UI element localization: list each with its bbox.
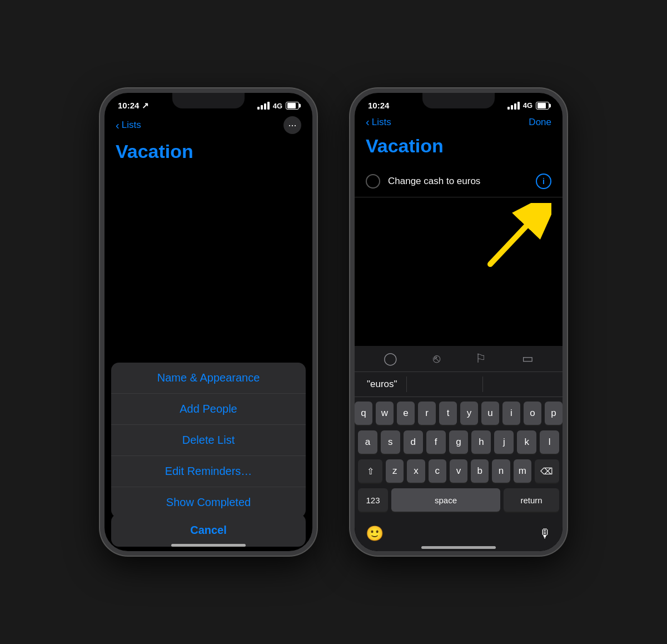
key-f[interactable]: f bbox=[426, 430, 446, 454]
back-label-1: Lists bbox=[122, 120, 141, 131]
status-icons-1: 4G bbox=[257, 102, 299, 110]
reminder-text: Change cash to euros bbox=[388, 176, 536, 187]
action-item-add-people[interactable]: Add People bbox=[111, 394, 306, 425]
action-item-show-completed[interactable]: Show Completed bbox=[111, 487, 306, 518]
status-icons-2: 4G bbox=[507, 101, 549, 110]
emoji-icon[interactable]: 🙂 bbox=[366, 525, 384, 542]
status-bar-2: 10:24 4G bbox=[355, 93, 563, 113]
page-title-2: Vacation bbox=[355, 133, 563, 166]
key-m[interactable]: m bbox=[514, 459, 531, 483]
flag-icon[interactable]: ⚐ bbox=[475, 351, 486, 366]
location-icon[interactable]: ⎋ bbox=[433, 351, 440, 366]
svg-line-1 bbox=[490, 214, 537, 264]
cancel-button[interactable]: Cancel bbox=[111, 514, 306, 547]
key-o[interactable]: o bbox=[524, 402, 541, 425]
key-delete[interactable]: ⌫ bbox=[535, 459, 559, 483]
signal-icon-2 bbox=[507, 102, 520, 110]
key-w[interactable]: w bbox=[376, 402, 394, 425]
status-time-1: 10:24 ↗ bbox=[118, 101, 149, 111]
keyboard-area: ◯ ⎋ ⚐ ▭ "euros" q bbox=[355, 346, 563, 551]
chevron-left-icon-2: ‹ bbox=[366, 116, 370, 128]
key-shift[interactable]: ⇧ bbox=[358, 459, 382, 483]
back-label-2: Lists bbox=[372, 117, 391, 128]
key-p[interactable]: p bbox=[545, 402, 563, 425]
clock-icon[interactable]: ◯ bbox=[384, 351, 397, 366]
nav-bar-2: ‹ Lists Done bbox=[355, 113, 563, 133]
key-k[interactable]: k bbox=[517, 430, 536, 454]
key-b[interactable]: b bbox=[471, 459, 489, 483]
key-x[interactable]: x bbox=[407, 459, 425, 483]
keyboard-toolbar: ◯ ⎋ ⚐ ▭ bbox=[355, 346, 563, 372]
home-indicator-1 bbox=[171, 544, 246, 547]
key-123[interactable]: 123 bbox=[358, 488, 388, 512]
done-button[interactable]: Done bbox=[529, 117, 551, 128]
info-icon: i bbox=[542, 177, 545, 186]
status-bar-1: 10:24 ↗ 4G bbox=[104, 93, 312, 114]
action-item-delete-list[interactable]: Delete List bbox=[111, 425, 306, 456]
action-item-edit-reminders[interactable]: Edit Reminders… bbox=[111, 456, 306, 487]
content-area-1: Name & Appearance Add People Delete List… bbox=[104, 171, 312, 551]
battery-icon-2 bbox=[536, 102, 549, 110]
key-i[interactable]: i bbox=[502, 402, 520, 425]
key-n[interactable]: n bbox=[492, 459, 510, 483]
camera-icon[interactable]: ▭ bbox=[522, 351, 534, 366]
signal-icon-1 bbox=[257, 102, 270, 110]
key-c[interactable]: c bbox=[429, 459, 446, 483]
key-y[interactable]: y bbox=[460, 402, 478, 425]
action-item-name-appearance[interactable]: Name & Appearance bbox=[111, 363, 306, 394]
key-l[interactable]: l bbox=[540, 430, 559, 454]
yellow-arrow bbox=[479, 203, 551, 270]
key-row-1: q w e r t y u i o p bbox=[358, 402, 559, 425]
key-h[interactable]: h bbox=[471, 430, 491, 454]
key-row-3: ⇧ z x c v b n m ⌫ bbox=[358, 459, 559, 483]
suggestion-text[interactable]: "euros" bbox=[362, 377, 402, 392]
battery-icon-1 bbox=[286, 102, 299, 110]
key-e[interactable]: e bbox=[397, 402, 415, 425]
key-v[interactable]: v bbox=[450, 459, 467, 483]
back-button-1[interactable]: ‹ Lists bbox=[116, 119, 141, 132]
nav-bar-1: ‹ Lists ··· bbox=[104, 114, 312, 138]
suggestions-row: "euros" bbox=[355, 372, 563, 397]
key-z[interactable]: z bbox=[386, 459, 404, 483]
key-j[interactable]: j bbox=[494, 430, 514, 454]
status-time-2: 10:24 bbox=[368, 101, 389, 110]
info-button[interactable]: i bbox=[536, 174, 551, 189]
phone-2: 10:24 4G bbox=[350, 88, 567, 556]
key-u[interactable]: u bbox=[481, 402, 499, 425]
phone-1: 10:24 ↗ 4G bbox=[100, 88, 317, 556]
key-space[interactable]: space bbox=[391, 488, 500, 512]
key-r[interactable]: r bbox=[418, 402, 436, 425]
page-title-1: Vacation bbox=[104, 138, 312, 171]
key-d[interactable]: d bbox=[404, 430, 423, 454]
reminder-row: Change cash to euros i bbox=[355, 166, 563, 197]
content-area-2 bbox=[355, 197, 563, 346]
phone-2-screen: 10:24 4G bbox=[355, 93, 563, 551]
home-indicator-2 bbox=[421, 546, 496, 549]
key-row-2: a s d f g h j k l bbox=[358, 430, 559, 454]
more-button-1[interactable]: ··· bbox=[283, 116, 301, 134]
key-g[interactable]: g bbox=[449, 430, 469, 454]
phone-1-screen: 10:24 ↗ 4G bbox=[104, 93, 312, 551]
network-type-1: 4G bbox=[273, 102, 282, 110]
back-button-2[interactable]: ‹ Lists bbox=[366, 116, 391, 128]
key-t[interactable]: t bbox=[439, 402, 457, 425]
scene: 10:24 ↗ 4G bbox=[100, 88, 567, 556]
key-return[interactable]: return bbox=[504, 488, 559, 512]
mic-icon[interactable]: 🎙 bbox=[539, 527, 551, 541]
more-icon-1: ··· bbox=[288, 120, 296, 130]
chevron-left-icon-1: ‹ bbox=[116, 119, 120, 132]
key-a[interactable]: a bbox=[358, 430, 377, 454]
key-row-4: 123 space return bbox=[358, 488, 559, 512]
network-type-2: 4G bbox=[523, 101, 532, 110]
keyboard: q w e r t y u i o p a s bbox=[355, 397, 563, 521]
key-q[interactable]: q bbox=[355, 402, 372, 425]
key-s[interactable]: s bbox=[381, 430, 400, 454]
action-sheet: Name & Appearance Add People Delete List… bbox=[111, 363, 306, 518]
reminder-checkbox[interactable] bbox=[366, 174, 380, 189]
